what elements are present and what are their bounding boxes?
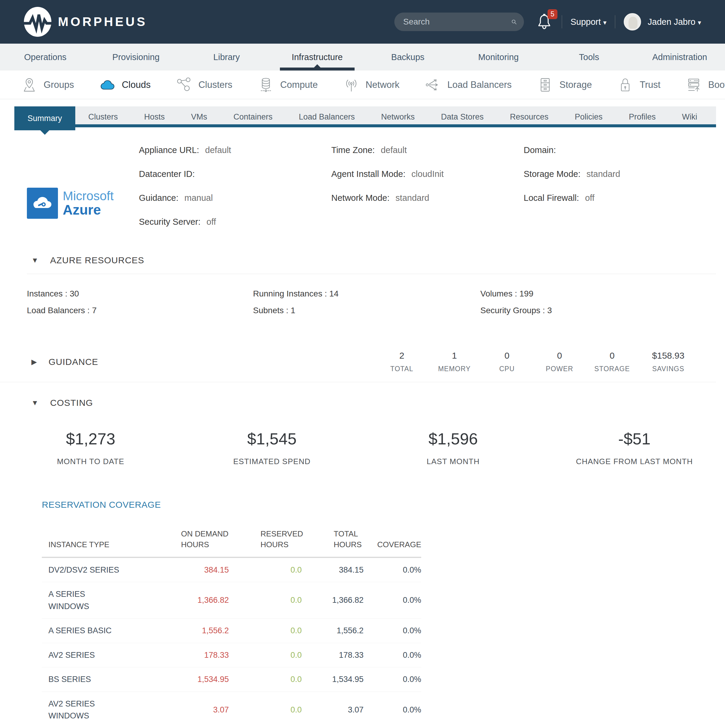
main-nav: Operations Provisioning Library Infrastr… xyxy=(0,44,725,70)
subnav-label: Compute xyxy=(280,80,318,90)
collapse-triangle-icon: ▼ xyxy=(31,256,39,265)
field-datacenter-id: Datacenter ID: xyxy=(139,169,331,179)
nav-item-tools[interactable]: Tools xyxy=(544,44,634,70)
tab-load-balancers[interactable]: Load Balancers xyxy=(285,106,368,127)
search-icon[interactable] xyxy=(511,17,517,27)
stat-value: 2 xyxy=(375,350,428,361)
field-label: Appliance URL: xyxy=(139,145,199,155)
section-title: COSTING xyxy=(50,398,93,408)
coverage: 0.0% xyxy=(363,619,421,643)
tab-summary[interactable]: Summary xyxy=(14,106,75,130)
on-demand-hours: 1,556.2 xyxy=(125,619,229,643)
morpheus-logo-icon xyxy=(23,6,52,37)
tab-networks[interactable]: Networks xyxy=(368,106,428,127)
field-value: cloudInit xyxy=(411,169,444,179)
coverage: 0.0% xyxy=(363,643,421,667)
field-label: Local Firewall: xyxy=(524,193,579,203)
stat-value: 1 xyxy=(291,306,295,315)
stat-value: 7 xyxy=(92,306,97,315)
reservation-coverage-table: INSTANCE TYPE ON DEMAND HOURS RESERVED H… xyxy=(42,528,421,728)
on-demand-hours: 178.33 xyxy=(125,643,229,667)
notifications-button[interactable]: 5 xyxy=(537,13,553,31)
instance-type: A SERIES BASIC xyxy=(42,619,125,643)
subnav-label: Groups xyxy=(44,80,74,90)
stat-volumes: Volumes199 xyxy=(480,289,725,298)
stat-value: $158.93 xyxy=(638,350,698,361)
chevron-down-icon: ▾ xyxy=(603,19,606,26)
avatar[interactable] xyxy=(624,13,641,31)
subnav-item-storage[interactable]: Storage xyxy=(537,77,592,93)
guidance-toggle[interactable]: ▶ GUIDANCE xyxy=(31,357,98,367)
support-menu[interactable]: Support▾ xyxy=(571,17,607,27)
col-reserved-hours: RESERVED HOURS xyxy=(229,528,302,557)
nav-item-backups[interactable]: Backups xyxy=(363,44,453,70)
search-input[interactable] xyxy=(403,17,511,27)
stat-instances: Instances30 xyxy=(27,289,253,298)
subnav-item-clouds[interactable]: Clouds xyxy=(100,77,151,93)
tab-clusters[interactable]: Clusters xyxy=(75,106,131,127)
tab-data-stores[interactable]: Data Stores xyxy=(428,106,497,127)
field-agent-install-mode: Agent Install Mode: cloudInit xyxy=(331,169,524,179)
expand-triangle-icon: ▶ xyxy=(31,358,37,366)
guidance-section: ▶ GUIDANCE 2 TOTAL 1 MEMORY 0 CPU 0 POWE… xyxy=(0,350,716,382)
costing-toggle[interactable]: ▼ COSTING xyxy=(0,398,725,408)
tab-policies[interactable]: Policies xyxy=(562,106,616,127)
azure-resources-toggle[interactable]: ▼ AZURE RESOURCES xyxy=(0,255,725,265)
subnav-item-compute[interactable]: Compute xyxy=(258,77,318,93)
nav-item-operations[interactable]: Operations xyxy=(0,44,90,70)
on-demand-hours: 384.15 xyxy=(125,557,229,582)
subnav-item-boot[interactable]: Boot xyxy=(686,77,725,93)
stat-label: SAVINGS xyxy=(638,365,698,373)
subnav-item-groups[interactable]: Groups xyxy=(21,77,74,93)
tab-wiki[interactable]: Wiki xyxy=(669,106,710,127)
stat-load-balancers: Load Balancers7 xyxy=(27,306,253,315)
table-row: BS SERIES 1,534.95 0.0 1,534.95 0.0% xyxy=(42,667,421,692)
coverage: 0.0% xyxy=(363,691,421,728)
subnav-item-trust[interactable]: Trust xyxy=(617,77,660,93)
total-hours: 1,366.82 xyxy=(302,582,363,619)
tab-hosts[interactable]: Hosts xyxy=(131,106,178,127)
field-label: Storage Mode: xyxy=(524,169,580,179)
costing-last-month: $1,596 LAST MONTH xyxy=(363,430,544,466)
tab-containers[interactable]: Containers xyxy=(220,106,286,127)
morpheus-logo[interactable]: MORPHEUS xyxy=(23,6,147,37)
guidance-stat-storage: 0 STORAGE xyxy=(586,350,638,373)
nav-item-infrastructure[interactable]: Infrastructure xyxy=(272,44,362,70)
stat-label: MEMORY xyxy=(428,365,481,373)
field-value: manual xyxy=(184,193,213,203)
stat-value: 1 xyxy=(428,350,481,361)
stat-value: 0 xyxy=(533,350,586,361)
nav-item-library[interactable]: Library xyxy=(181,44,272,70)
user-menu[interactable]: Jaden Jabro▾ xyxy=(648,17,701,27)
nav-item-administration[interactable]: Administration xyxy=(635,44,725,70)
field-value: standard xyxy=(586,169,620,179)
stat-label: ESTIMATED SPEND xyxy=(181,457,363,466)
subnav-item-load-balancers[interactable]: Load Balancers xyxy=(425,77,511,93)
subnav-item-clusters[interactable]: Clusters xyxy=(176,77,232,93)
azure-cloud-icon xyxy=(27,188,58,219)
table-row: DV2/DSV2 SERIES 384.15 0.0 384.15 0.0% xyxy=(42,557,421,582)
tab-resources[interactable]: Resources xyxy=(497,106,562,127)
subnav-label: Storage xyxy=(560,80,592,90)
field-network-mode: Network Mode: standard xyxy=(331,193,524,203)
tab-vms[interactable]: VMs xyxy=(178,106,220,127)
azure-resources-section: ▼ AZURE RESOURCES Instances30 Running In… xyxy=(0,255,725,315)
table-header-row: INSTANCE TYPE ON DEMAND HOURS RESERVED H… xyxy=(42,528,421,557)
section-title: GUIDANCE xyxy=(48,357,98,367)
total-hours: 1,534.95 xyxy=(302,667,363,692)
reservation-coverage-title: RESERVATION COVERAGE xyxy=(42,500,725,510)
instance-type: AV2 SERIES xyxy=(42,643,125,667)
stat-value: $1,545 xyxy=(181,430,363,448)
nav-item-monitoring[interactable]: Monitoring xyxy=(453,44,544,70)
stat-subnets: Subnets1 xyxy=(253,306,480,315)
nav-item-provisioning[interactable]: Provisioning xyxy=(90,44,181,70)
field-appliance-url: Appliance URL: default xyxy=(139,145,331,155)
guidance-stat-cpu: 0 CPU xyxy=(481,350,533,373)
col-instance-type: INSTANCE TYPE xyxy=(42,528,125,557)
table-row: A SERIES WINDOWS 1,366.82 0.0 1,366.82 0… xyxy=(42,582,421,619)
costing-estimated-spend: $1,545 ESTIMATED SPEND xyxy=(181,430,363,466)
stat-value: 0 xyxy=(481,350,533,361)
field-label: Time Zone: xyxy=(331,145,375,155)
subnav-item-network[interactable]: Network xyxy=(343,77,400,93)
tab-profiles[interactable]: Profiles xyxy=(616,106,669,127)
